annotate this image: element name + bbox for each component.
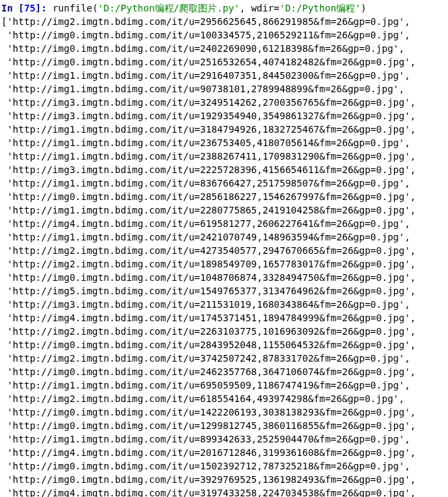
script-path-arg: 'D:/Python编程/爬取图片.py' [98, 3, 239, 13]
ipython-console-output[interactable]: In [75]: runfile('D:/Python编程/爬取图片.py', … [0, 0, 448, 497]
stdout-list-output: ['http://img2.imgtn.bdimg.com/it/u=29566… [1, 16, 416, 497]
runfile-call: runfile [53, 3, 92, 13]
kwarg-value: 'D:/Python编程' [280, 3, 361, 13]
equals: = [274, 3, 279, 13]
input-prompt-number: 75 [24, 3, 36, 13]
input-prompt-suffix: ]: [36, 3, 53, 13]
comma: , [240, 3, 251, 13]
input-prompt-prefix: In [ [1, 3, 24, 13]
close-paren: ) [361, 3, 366, 13]
kwarg-name: wdir [251, 3, 274, 13]
